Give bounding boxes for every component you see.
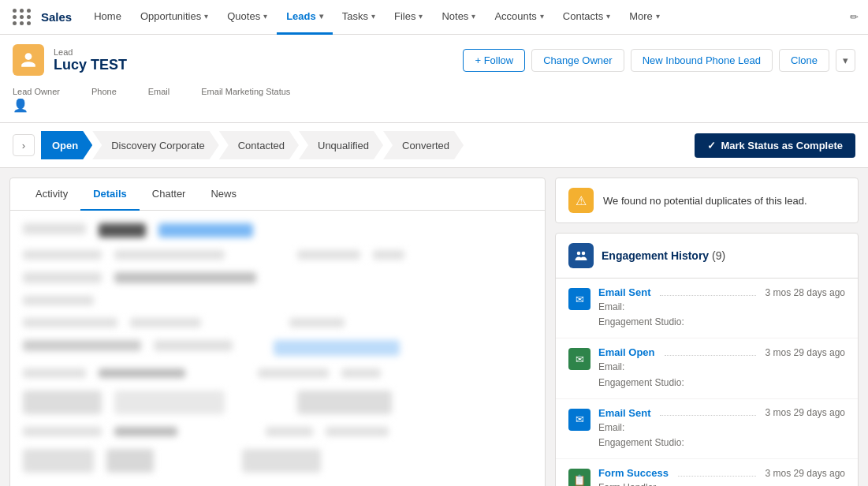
nav-item-leads[interactable]: Leads▾: [277, 0, 333, 35]
nav-item-opportunities[interactable]: Opportunities▾: [131, 0, 218, 35]
nav-items: HomeOpportunities▾Quotes▾Leads▾Tasks▾Fil…: [84, 0, 850, 35]
engagement-item-body: Email Open 3 mos 29 days ago Email:Engag…: [598, 346, 845, 390]
engagement-item-title[interactable]: Form Success: [598, 467, 669, 479]
record-fields: Lead Owner 👤 Phone Email Email Marketing…: [13, 82, 855, 113]
nav-item-tasks[interactable]: Tasks▾: [333, 0, 385, 35]
nav-label: Files: [394, 10, 415, 22]
chevron-down-icon: ▾: [471, 12, 475, 21]
chevron-down-icon: ▾: [263, 12, 267, 21]
person-icon: 👤: [13, 99, 28, 112]
record-type-label: Lead: [54, 47, 453, 57]
chevron-down-icon: ▾: [319, 12, 323, 21]
status-step-contacted[interactable]: Contacted: [219, 131, 299, 159]
nav-item-contacts[interactable]: Contacts▾: [553, 0, 620, 35]
nav-label: Quotes: [227, 10, 260, 22]
status-step-unqualified[interactable]: Unqualified: [299, 131, 383, 159]
field-phone-label: Phone: [91, 87, 117, 96]
engagement-item-detail: Email:Engagement Studio:: [598, 421, 845, 450]
engagement-item-time: 3 mos 29 days ago: [766, 407, 845, 418]
nav-item-home[interactable]: Home: [84, 0, 131, 35]
field-email-label: Email: [148, 87, 170, 96]
mark-complete-label: Mark Status as Complete: [721, 140, 843, 151]
chevron-down-icon: ▾: [419, 12, 423, 21]
top-navigation: Sales HomeOpportunities▾Quotes▾Leads▾Tas…: [0, 0, 868, 35]
status-step-converted[interactable]: Converted: [383, 131, 464, 159]
field-phone-value: [91, 98, 117, 112]
nav-item-more[interactable]: More▾: [620, 0, 669, 35]
chevron-down-icon: ▾: [371, 12, 375, 21]
tab-news[interactable]: News: [198, 178, 249, 211]
form-icon: 📋: [568, 469, 590, 486]
edit-nav-icon[interactable]: ✏: [850, 11, 859, 23]
nav-item-notes[interactable]: Notes▾: [432, 0, 485, 35]
field-lead-owner-label: Lead Owner: [13, 87, 60, 96]
engagement-item-time: 3 mos 29 days ago: [766, 347, 845, 358]
app-launcher-icon[interactable]: [9, 5, 35, 30]
duplicate-warning-icon: ⚠: [568, 188, 594, 213]
nav-label: Home: [94, 10, 121, 22]
nav-item-quotes[interactable]: Quotes▾: [218, 0, 277, 35]
field-email: Email: [148, 87, 170, 113]
engagement-title: Engagement History (9): [602, 249, 725, 262]
actions-dropdown-button[interactable]: ▾: [836, 49, 855, 72]
status-steps: OpenDiscovery CorporateContactedUnqualif…: [41, 131, 685, 159]
dots-separator: [678, 470, 756, 477]
record-type-icon: [13, 44, 44, 76]
email-open-icon: ✉: [568, 348, 590, 370]
tab-activity[interactable]: Activity: [23, 178, 80, 211]
email-sent-icon: ✉: [568, 288, 590, 310]
status-bar: › OpenDiscovery CorporateContactedUnqual…: [0, 123, 868, 168]
field-email-value: [148, 98, 170, 112]
dots-separator: [665, 350, 756, 356]
chevron-down-icon: ▾: [606, 12, 610, 21]
nav-label: Accounts: [494, 10, 536, 22]
chevron-down-icon: ▾: [204, 12, 208, 21]
new-inbound-button[interactable]: New Inbound Phone Lead: [631, 49, 773, 72]
engagement-item: ✉ Email Sent 3 mos 29 days ago Email:Eng…: [556, 399, 858, 459]
tab-chatter[interactable]: Chatter: [140, 178, 199, 211]
engagement-panel: Engagement History (9) ✉ Email Sent 3 mo…: [555, 233, 859, 486]
engagement-item: ✉ Email Sent 3 mos 28 days ago Email:Eng…: [556, 279, 858, 338]
status-back-button[interactable]: ›: [13, 134, 35, 156]
duplicate-text: We found no potential duplicates of this…: [603, 195, 807, 207]
engagement-item-detail: Form HandlerContact Us: [598, 480, 845, 486]
duplicate-notice: ⚠ We found no potential duplicates of th…: [555, 178, 859, 223]
engagement-item-title[interactable]: Email Sent: [598, 407, 650, 419]
nav-label: Notes: [441, 10, 468, 22]
header-actions: + Follow Change Owner New Inbound Phone …: [463, 49, 855, 72]
engagement-item-title[interactable]: Email Open: [598, 346, 655, 358]
engagement-item-title[interactable]: Email Sent: [598, 286, 650, 298]
left-panel: ActivityDetailsChatterNews: [9, 178, 546, 486]
dots-separator: [660, 290, 755, 296]
change-owner-button[interactable]: Change Owner: [531, 49, 624, 72]
engagement-item-time: 3 mos 28 days ago: [766, 287, 845, 298]
field-email-marketing-status-label: Email Marketing Status: [201, 87, 290, 96]
status-step-discovery-corporate[interactable]: Discovery Corporate: [92, 131, 219, 159]
engagement-item: ✉ Email Open 3 mos 29 days ago Email:Eng…: [556, 338, 858, 398]
tab-details[interactable]: Details: [80, 178, 140, 211]
main-content: ActivityDetailsChatterNews: [0, 168, 868, 486]
field-email-marketing-status-value: [201, 98, 290, 112]
email-sent-icon: ✉: [568, 409, 590, 431]
nav-item-files[interactable]: Files▾: [385, 0, 432, 35]
chevron-down-icon: ▾: [656, 12, 660, 21]
nav-item-accounts[interactable]: Accounts▾: [485, 0, 553, 35]
svg-point-0: [577, 252, 581, 256]
field-lead-owner: Lead Owner 👤: [13, 87, 60, 113]
nav-label: Leads: [286, 10, 316, 22]
follow-button[interactable]: + Follow: [463, 49, 525, 72]
status-step-open[interactable]: Open: [41, 131, 92, 159]
engagement-item-detail: Email:Engagement Studio:: [598, 300, 845, 330]
nav-label: Contacts: [563, 10, 603, 22]
dots-separator: [660, 409, 755, 416]
engagement-item: 📋 Form Success 3 mos 29 days ago Form Ha…: [556, 459, 858, 486]
engagement-item-detail: Email:Engagement Studio:: [598, 360, 845, 390]
engagement-list: ✉ Email Sent 3 mos 28 days ago Email:Eng…: [556, 279, 858, 486]
mark-complete-button[interactable]: ✓ Mark Status as Complete: [695, 133, 855, 158]
chevron-down-icon: ▾: [540, 12, 544, 21]
nav-label: Opportunities: [140, 10, 201, 22]
nav-label: More: [629, 10, 653, 22]
checkmark-icon: ✓: [707, 140, 716, 151]
details-content: [10, 211, 545, 486]
clone-button[interactable]: Clone: [779, 49, 829, 72]
